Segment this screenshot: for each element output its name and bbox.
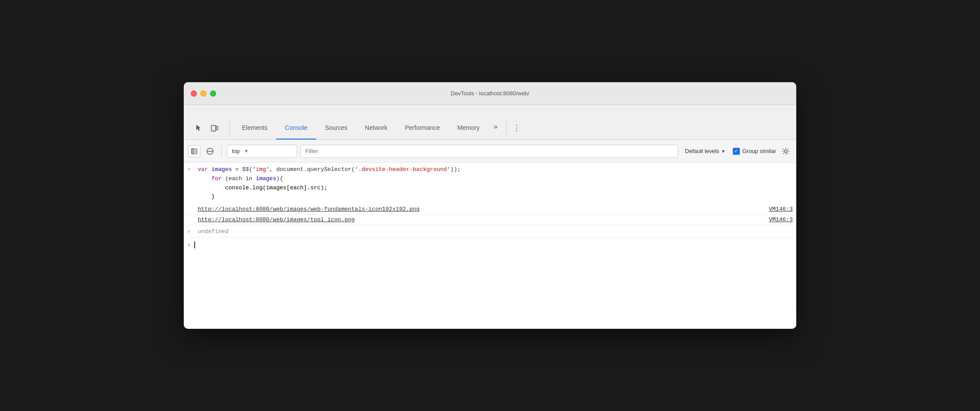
tab-memory[interactable]: Memory xyxy=(449,117,489,139)
keyword-for: for xyxy=(211,175,221,182)
string-selector: '.devsite-header-background' xyxy=(355,166,450,173)
var-images-ref: images xyxy=(256,175,276,182)
dropdown-arrow-icon: ▼ xyxy=(244,149,248,153)
input-chevron-icon: › xyxy=(187,166,194,172)
fn-name: $$ xyxy=(242,166,249,173)
console-output-link1: http://localhost:8080/web/images/web-fun… xyxy=(184,204,796,215)
group-similar-checkbox[interactable]: ✓ xyxy=(733,148,740,155)
default-levels-dropdown[interactable]: Default levels ▼ xyxy=(682,145,729,158)
inspect-icon[interactable] xyxy=(192,122,205,134)
more-tabs-button[interactable]: » xyxy=(488,119,503,134)
tab-sources[interactable]: Sources xyxy=(316,117,356,139)
context-dropdown[interactable]: top ▼ xyxy=(227,145,297,158)
console-code-block: var images = $$('img', document.querySel… xyxy=(198,165,793,202)
tab-divider xyxy=(229,121,230,134)
console-input-row[interactable]: › xyxy=(184,238,796,252)
tab-console[interactable]: Console xyxy=(276,117,316,139)
show-console-sidebar-button[interactable] xyxy=(188,145,200,157)
devtools-window: DevTools - localhost:8080/web/ Elements xyxy=(184,82,796,329)
maximize-button[interactable] xyxy=(210,91,216,97)
output-url-2[interactable]: http://localhost:8080/web/images/tool_ic… xyxy=(198,216,355,223)
console-output-undefined: ‹ undefined xyxy=(184,225,796,238)
levels-arrow-icon: ▼ xyxy=(721,149,726,154)
output-source-1[interactable]: VM146:3 xyxy=(760,206,793,212)
undefined-value: undefined xyxy=(198,228,228,235)
output-source-2[interactable]: VM146:3 xyxy=(760,216,793,223)
svg-rect-1 xyxy=(216,126,218,130)
console-prompt-icon: › xyxy=(187,241,191,248)
filter-divider xyxy=(221,145,222,157)
console-area: › var images = $$('img', document.queryS… xyxy=(184,163,796,329)
window-title: DevTools - localhost:8080/web/ xyxy=(451,90,529,97)
keyword-var: var xyxy=(198,166,211,173)
output-url-1[interactable]: http://localhost:8080/web/images/web-fun… xyxy=(198,206,420,212)
output-chevron-icon: ‹ xyxy=(187,228,194,235)
console-entry-code: › var images = $$('img', document.queryS… xyxy=(184,163,796,204)
console-output-link2: http://localhost:8080/web/images/tool_ic… xyxy=(184,215,796,225)
group-similar-label: Group similar xyxy=(742,148,776,154)
svg-point-10 xyxy=(784,150,787,153)
device-icon[interactable] xyxy=(208,122,220,134)
console-cursor xyxy=(194,241,195,248)
titlebar: DevTools - localhost:8080/web/ xyxy=(184,82,796,105)
string-img: 'img' xyxy=(252,166,270,173)
filterbar: top ▼ Default levels ▼ ✓ Group similar xyxy=(184,140,796,163)
group-similar-checkbox-container[interactable]: ✓ Group similar xyxy=(733,148,776,155)
console-settings-button[interactable] xyxy=(780,145,792,157)
tab-elements[interactable]: Elements xyxy=(233,117,276,139)
clear-console-button[interactable] xyxy=(204,145,216,157)
tabbar: Elements Console Sources Network Perform… xyxy=(184,105,796,140)
svg-rect-4 xyxy=(192,149,193,154)
toolbar-icons xyxy=(187,122,226,134)
traffic-lights xyxy=(191,91,216,97)
devtools-menu-button[interactable]: ⋮ xyxy=(510,121,523,134)
tab-divider-2 xyxy=(506,121,507,134)
tab-performance[interactable]: Performance xyxy=(396,117,448,139)
checkmark-icon: ✓ xyxy=(734,148,738,154)
minimize-button[interactable] xyxy=(200,91,206,97)
filter-input[interactable] xyxy=(301,145,678,158)
close-button[interactable] xyxy=(191,91,197,97)
tab-network[interactable]: Network xyxy=(356,117,396,139)
var-name: images xyxy=(211,166,232,173)
